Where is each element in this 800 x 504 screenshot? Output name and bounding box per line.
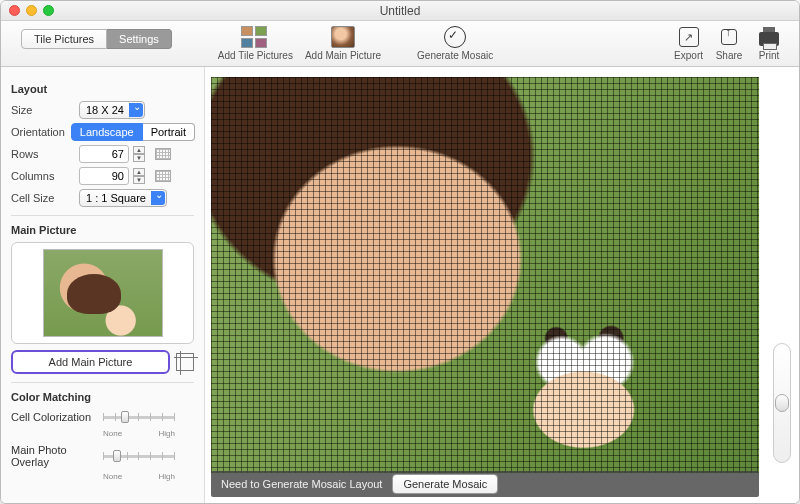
size-label: Size xyxy=(11,104,73,116)
tab-tile-pictures[interactable]: Tile Pictures xyxy=(21,29,107,49)
orientation-landscape[interactable]: Landscape xyxy=(71,123,143,141)
print-icon xyxy=(759,32,779,46)
main-picture-icon xyxy=(331,26,355,48)
window-title: Untitled xyxy=(1,4,799,18)
cell-colorization-slider[interactable] xyxy=(103,409,175,425)
layout-heading: Layout xyxy=(11,83,194,95)
cellsize-select[interactable]: 1 : 1 Square xyxy=(79,189,167,207)
rows-stepper[interactable]: ▲▼ xyxy=(133,146,145,162)
mosaic-preview[interactable] xyxy=(211,77,759,473)
main-overlay-label: Main Photo Overlay xyxy=(11,444,103,468)
generate-icon xyxy=(444,26,466,48)
rows-input[interactable] xyxy=(79,145,129,163)
add-tile-pictures-button[interactable]: Add Tile Pictures xyxy=(218,25,293,61)
generate-mosaic-button[interactable]: Generate Mosaic xyxy=(417,25,493,61)
tab-settings[interactable]: Settings xyxy=(107,29,172,49)
toolbar: Tile Pictures Settings Add Tile Pictures… xyxy=(1,21,799,67)
titlebar: Untitled xyxy=(1,1,799,21)
slider-label-none: None xyxy=(103,429,122,438)
columns-stepper[interactable]: ▲▼ xyxy=(133,168,145,184)
orientation-portrait[interactable]: Portrait xyxy=(143,123,195,141)
rows-label: Rows xyxy=(11,148,73,160)
export-icon: ↗ xyxy=(679,27,699,47)
zoom-slider[interactable] xyxy=(773,343,791,463)
color-matching-heading: Color Matching xyxy=(11,391,194,403)
add-main-picture-sidebar-button[interactable]: Add Main Picture xyxy=(11,350,170,374)
crop-icon[interactable] xyxy=(176,353,194,371)
main-picture-heading: Main Picture xyxy=(11,224,194,236)
slider-label-none-2: None xyxy=(103,472,122,481)
status-message: Need to Generate Mosaic Layout xyxy=(221,478,382,490)
status-bar: Need to Generate Mosaic Layout Generate … xyxy=(211,471,759,497)
main-picture-thumbnail xyxy=(11,242,194,344)
tiles-icon xyxy=(241,26,269,48)
add-main-picture-button[interactable]: Add Main Picture xyxy=(305,25,381,61)
share-icon xyxy=(721,29,737,45)
columns-label: Columns xyxy=(11,170,73,182)
columns-input[interactable] xyxy=(79,167,129,185)
settings-sidebar: Layout Size 18 X 24 Orientation Landscap… xyxy=(1,67,205,503)
export-button[interactable]: ↗ Export xyxy=(674,25,703,61)
cellsize-label: Cell Size xyxy=(11,192,73,204)
size-select[interactable]: 18 X 24 xyxy=(79,101,145,119)
canvas-area: Need to Generate Mosaic Layout Generate … xyxy=(205,67,799,503)
columns-grid-icon[interactable] xyxy=(155,170,171,182)
share-button[interactable]: Share xyxy=(715,25,743,61)
sidebar-tabs: Tile Pictures Settings xyxy=(21,29,172,49)
slider-label-high: High xyxy=(159,429,175,438)
status-generate-button[interactable]: Generate Mosaic xyxy=(392,474,498,494)
main-picture-image xyxy=(43,249,163,337)
main-overlay-slider[interactable] xyxy=(103,448,175,464)
orientation-label: Orientation xyxy=(11,126,65,138)
print-button[interactable]: Print xyxy=(755,25,783,61)
cell-colorization-label: Cell Colorization xyxy=(11,411,103,423)
rows-grid-icon[interactable] xyxy=(155,148,171,160)
slider-label-high-2: High xyxy=(159,472,175,481)
